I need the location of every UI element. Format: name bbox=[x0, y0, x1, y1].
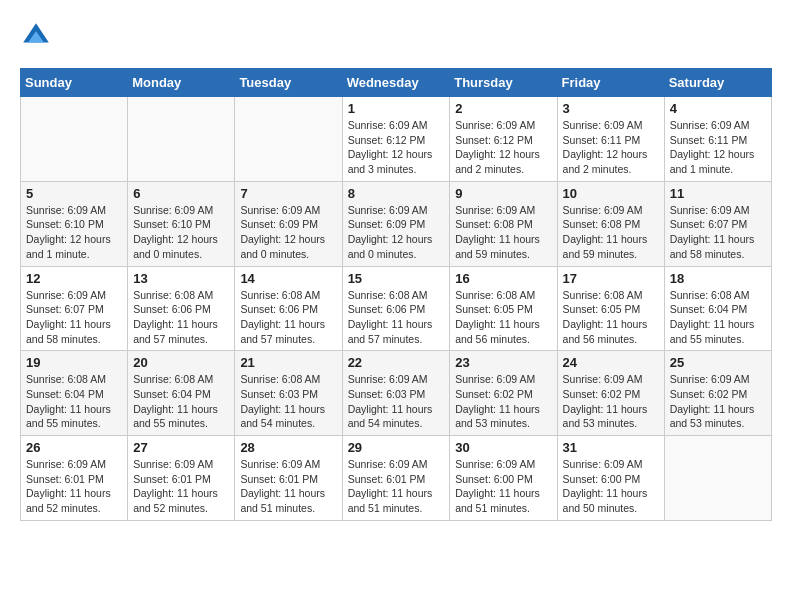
day-info: Sunrise: 6:09 AM Sunset: 6:01 PM Dayligh… bbox=[348, 457, 445, 516]
calendar-cell: 6Sunrise: 6:09 AM Sunset: 6:10 PM Daylig… bbox=[128, 181, 235, 266]
calendar-cell: 13Sunrise: 6:08 AM Sunset: 6:06 PM Dayli… bbox=[128, 266, 235, 351]
day-info: Sunrise: 6:09 AM Sunset: 6:00 PM Dayligh… bbox=[563, 457, 659, 516]
calendar-week-row: 26Sunrise: 6:09 AM Sunset: 6:01 PM Dayli… bbox=[21, 436, 772, 521]
calendar-cell bbox=[21, 97, 128, 182]
calendar-cell: 31Sunrise: 6:09 AM Sunset: 6:00 PM Dayli… bbox=[557, 436, 664, 521]
day-number: 5 bbox=[26, 186, 122, 201]
day-number: 21 bbox=[240, 355, 336, 370]
day-info: Sunrise: 6:09 AM Sunset: 6:07 PM Dayligh… bbox=[26, 288, 122, 347]
calendar-cell: 1Sunrise: 6:09 AM Sunset: 6:12 PM Daylig… bbox=[342, 97, 450, 182]
calendar-cell bbox=[128, 97, 235, 182]
weekday-header-saturday: Saturday bbox=[664, 69, 771, 97]
logo-icon bbox=[20, 20, 52, 52]
day-number: 6 bbox=[133, 186, 229, 201]
calendar-cell: 11Sunrise: 6:09 AM Sunset: 6:07 PM Dayli… bbox=[664, 181, 771, 266]
day-number: 15 bbox=[348, 271, 445, 286]
calendar-cell: 21Sunrise: 6:08 AM Sunset: 6:03 PM Dayli… bbox=[235, 351, 342, 436]
day-info: Sunrise: 6:08 AM Sunset: 6:06 PM Dayligh… bbox=[133, 288, 229, 347]
day-number: 9 bbox=[455, 186, 551, 201]
day-number: 13 bbox=[133, 271, 229, 286]
day-info: Sunrise: 6:09 AM Sunset: 6:11 PM Dayligh… bbox=[670, 118, 766, 177]
calendar-week-row: 5Sunrise: 6:09 AM Sunset: 6:10 PM Daylig… bbox=[21, 181, 772, 266]
day-number: 18 bbox=[670, 271, 766, 286]
calendar-cell: 2Sunrise: 6:09 AM Sunset: 6:12 PM Daylig… bbox=[450, 97, 557, 182]
page-header bbox=[20, 20, 772, 52]
day-number: 31 bbox=[563, 440, 659, 455]
day-number: 30 bbox=[455, 440, 551, 455]
calendar-cell: 20Sunrise: 6:08 AM Sunset: 6:04 PM Dayli… bbox=[128, 351, 235, 436]
calendar-week-row: 19Sunrise: 6:08 AM Sunset: 6:04 PM Dayli… bbox=[21, 351, 772, 436]
calendar-cell: 4Sunrise: 6:09 AM Sunset: 6:11 PM Daylig… bbox=[664, 97, 771, 182]
day-info: Sunrise: 6:08 AM Sunset: 6:05 PM Dayligh… bbox=[455, 288, 551, 347]
day-number: 12 bbox=[26, 271, 122, 286]
day-number: 10 bbox=[563, 186, 659, 201]
weekday-header-thursday: Thursday bbox=[450, 69, 557, 97]
calendar-cell: 24Sunrise: 6:09 AM Sunset: 6:02 PM Dayli… bbox=[557, 351, 664, 436]
day-number: 29 bbox=[348, 440, 445, 455]
day-info: Sunrise: 6:09 AM Sunset: 6:02 PM Dayligh… bbox=[455, 372, 551, 431]
day-number: 20 bbox=[133, 355, 229, 370]
day-number: 17 bbox=[563, 271, 659, 286]
calendar-week-row: 1Sunrise: 6:09 AM Sunset: 6:12 PM Daylig… bbox=[21, 97, 772, 182]
day-number: 3 bbox=[563, 101, 659, 116]
day-info: Sunrise: 6:09 AM Sunset: 6:02 PM Dayligh… bbox=[670, 372, 766, 431]
calendar-cell: 10Sunrise: 6:09 AM Sunset: 6:08 PM Dayli… bbox=[557, 181, 664, 266]
day-info: Sunrise: 6:08 AM Sunset: 6:04 PM Dayligh… bbox=[26, 372, 122, 431]
day-info: Sunrise: 6:09 AM Sunset: 6:11 PM Dayligh… bbox=[563, 118, 659, 177]
weekday-header-friday: Friday bbox=[557, 69, 664, 97]
day-info: Sunrise: 6:09 AM Sunset: 6:08 PM Dayligh… bbox=[563, 203, 659, 262]
day-number: 27 bbox=[133, 440, 229, 455]
day-info: Sunrise: 6:08 AM Sunset: 6:06 PM Dayligh… bbox=[240, 288, 336, 347]
calendar-cell bbox=[235, 97, 342, 182]
day-number: 8 bbox=[348, 186, 445, 201]
day-number: 11 bbox=[670, 186, 766, 201]
calendar-cell: 26Sunrise: 6:09 AM Sunset: 6:01 PM Dayli… bbox=[21, 436, 128, 521]
calendar-cell: 5Sunrise: 6:09 AM Sunset: 6:10 PM Daylig… bbox=[21, 181, 128, 266]
calendar-cell: 3Sunrise: 6:09 AM Sunset: 6:11 PM Daylig… bbox=[557, 97, 664, 182]
calendar-cell: 30Sunrise: 6:09 AM Sunset: 6:00 PM Dayli… bbox=[450, 436, 557, 521]
weekday-header-monday: Monday bbox=[128, 69, 235, 97]
day-info: Sunrise: 6:09 AM Sunset: 6:03 PM Dayligh… bbox=[348, 372, 445, 431]
day-info: Sunrise: 6:09 AM Sunset: 6:02 PM Dayligh… bbox=[563, 372, 659, 431]
calendar-cell: 9Sunrise: 6:09 AM Sunset: 6:08 PM Daylig… bbox=[450, 181, 557, 266]
logo bbox=[20, 20, 56, 52]
calendar-cell: 28Sunrise: 6:09 AM Sunset: 6:01 PM Dayli… bbox=[235, 436, 342, 521]
day-info: Sunrise: 6:09 AM Sunset: 6:09 PM Dayligh… bbox=[240, 203, 336, 262]
calendar-cell: 25Sunrise: 6:09 AM Sunset: 6:02 PM Dayli… bbox=[664, 351, 771, 436]
day-info: Sunrise: 6:09 AM Sunset: 6:09 PM Dayligh… bbox=[348, 203, 445, 262]
calendar-cell: 22Sunrise: 6:09 AM Sunset: 6:03 PM Dayli… bbox=[342, 351, 450, 436]
calendar-cell: 19Sunrise: 6:08 AM Sunset: 6:04 PM Dayli… bbox=[21, 351, 128, 436]
day-info: Sunrise: 6:09 AM Sunset: 6:07 PM Dayligh… bbox=[670, 203, 766, 262]
weekday-header-tuesday: Tuesday bbox=[235, 69, 342, 97]
calendar-cell: 29Sunrise: 6:09 AM Sunset: 6:01 PM Dayli… bbox=[342, 436, 450, 521]
calendar-cell: 14Sunrise: 6:08 AM Sunset: 6:06 PM Dayli… bbox=[235, 266, 342, 351]
day-info: Sunrise: 6:09 AM Sunset: 6:10 PM Dayligh… bbox=[26, 203, 122, 262]
day-number: 19 bbox=[26, 355, 122, 370]
day-info: Sunrise: 6:09 AM Sunset: 6:08 PM Dayligh… bbox=[455, 203, 551, 262]
calendar-cell: 7Sunrise: 6:09 AM Sunset: 6:09 PM Daylig… bbox=[235, 181, 342, 266]
calendar-week-row: 12Sunrise: 6:09 AM Sunset: 6:07 PM Dayli… bbox=[21, 266, 772, 351]
day-info: Sunrise: 6:09 AM Sunset: 6:01 PM Dayligh… bbox=[240, 457, 336, 516]
calendar-cell: 15Sunrise: 6:08 AM Sunset: 6:06 PM Dayli… bbox=[342, 266, 450, 351]
day-info: Sunrise: 6:09 AM Sunset: 6:12 PM Dayligh… bbox=[348, 118, 445, 177]
day-info: Sunrise: 6:09 AM Sunset: 6:01 PM Dayligh… bbox=[133, 457, 229, 516]
day-number: 26 bbox=[26, 440, 122, 455]
day-info: Sunrise: 6:08 AM Sunset: 6:04 PM Dayligh… bbox=[133, 372, 229, 431]
day-info: Sunrise: 6:08 AM Sunset: 6:05 PM Dayligh… bbox=[563, 288, 659, 347]
calendar-cell bbox=[664, 436, 771, 521]
day-info: Sunrise: 6:09 AM Sunset: 6:12 PM Dayligh… bbox=[455, 118, 551, 177]
day-number: 14 bbox=[240, 271, 336, 286]
calendar-cell: 23Sunrise: 6:09 AM Sunset: 6:02 PM Dayli… bbox=[450, 351, 557, 436]
weekday-header-row: SundayMondayTuesdayWednesdayThursdayFrid… bbox=[21, 69, 772, 97]
calendar-cell: 16Sunrise: 6:08 AM Sunset: 6:05 PM Dayli… bbox=[450, 266, 557, 351]
day-number: 28 bbox=[240, 440, 336, 455]
weekday-header-wednesday: Wednesday bbox=[342, 69, 450, 97]
day-info: Sunrise: 6:09 AM Sunset: 6:01 PM Dayligh… bbox=[26, 457, 122, 516]
day-number: 16 bbox=[455, 271, 551, 286]
day-number: 24 bbox=[563, 355, 659, 370]
calendar-cell: 27Sunrise: 6:09 AM Sunset: 6:01 PM Dayli… bbox=[128, 436, 235, 521]
calendar-cell: 8Sunrise: 6:09 AM Sunset: 6:09 PM Daylig… bbox=[342, 181, 450, 266]
calendar-table: SundayMondayTuesdayWednesdayThursdayFrid… bbox=[20, 68, 772, 521]
day-info: Sunrise: 6:09 AM Sunset: 6:00 PM Dayligh… bbox=[455, 457, 551, 516]
day-info: Sunrise: 6:08 AM Sunset: 6:04 PM Dayligh… bbox=[670, 288, 766, 347]
